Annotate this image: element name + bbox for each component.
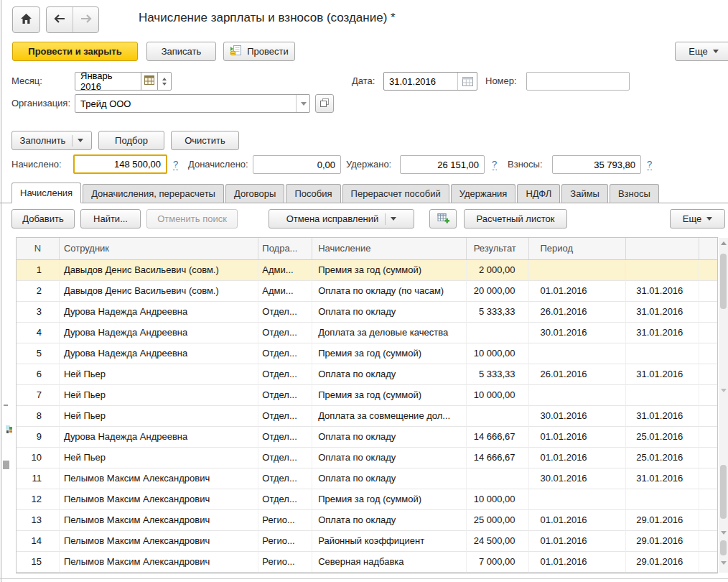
forward-arrow-icon bbox=[80, 14, 93, 27]
tab-nachisleniya[interactable]: Начисления bbox=[11, 183, 81, 203]
withheld-label: Удержано: bbox=[346, 155, 391, 174]
clear-button[interactable]: Очистить bbox=[171, 131, 239, 150]
table-header: N Сотрудник Подра... Начисление Результа… bbox=[17, 238, 717, 260]
table-row[interactable]: 14 Пелымов Максим Александрович Регио...… bbox=[17, 531, 717, 552]
window-bottom-edge bbox=[0, 578, 728, 579]
chevron-down-icon bbox=[713, 50, 719, 53]
table-row[interactable]: 12 Пелымов Максим Александрович Отдел...… bbox=[17, 489, 717, 510]
organization-dropdown-button[interactable] bbox=[296, 95, 309, 112]
insert-rows-button[interactable] bbox=[429, 209, 457, 228]
month-input[interactable]: Январь 2016 bbox=[75, 72, 141, 91]
contributions-input[interactable]: 35 793,80 bbox=[552, 155, 641, 174]
table-plus-icon bbox=[437, 212, 449, 226]
table-row[interactable]: 2 Давыдов Денис Васильевич (совм.) Адми.… bbox=[17, 281, 717, 302]
tab-uderzhaniya[interactable]: Удержания bbox=[451, 184, 516, 203]
table-row[interactable]: 4 Дурова Надежда Андреевна Отдел... Допл… bbox=[17, 323, 717, 343]
chevron-down-icon bbox=[301, 102, 307, 106]
tab-bar: НачисленияДоначисления, перерасчетыДогов… bbox=[0, 183, 728, 203]
withheld-help-link[interactable]: ? bbox=[492, 159, 497, 170]
tab-pereraschet-posobiy[interactable]: Перерасчет пособий bbox=[342, 184, 449, 203]
tab-vznosy[interactable]: Взносы bbox=[610, 184, 659, 203]
history-nav-group bbox=[46, 6, 99, 33]
chevron-down-icon bbox=[706, 217, 712, 221]
number-input[interactable] bbox=[526, 72, 630, 91]
column-header-n[interactable]: N bbox=[17, 238, 60, 259]
window-left-edge bbox=[1, 0, 1, 582]
home-icon bbox=[20, 13, 32, 27]
back-button[interactable] bbox=[47, 7, 73, 32]
column-header-dept[interactable]: Подра... bbox=[258, 238, 312, 259]
panel-scrollbar-thumb[interactable] bbox=[720, 465, 727, 519]
find-button[interactable]: Найти... bbox=[80, 209, 141, 228]
undo-corrections-button[interactable]: Отмена исправлений bbox=[269, 209, 414, 228]
background-artifact bbox=[3, 461, 9, 469]
post-button[interactable]: Провести bbox=[223, 42, 295, 61]
tab-zaymy[interactable]: Займы bbox=[561, 184, 608, 203]
month-calendar-button[interactable] bbox=[141, 72, 158, 91]
post-document-icon bbox=[230, 45, 242, 58]
column-header-accrual[interactable]: Начисление bbox=[312, 238, 467, 259]
table-row[interactable]: 1 Давыдов Денис Васильевич (совм.) Адми.… bbox=[17, 260, 717, 281]
accruals-table: N Сотрудник Подра... Начисление Результа… bbox=[16, 237, 718, 573]
table-row[interactable]: 11 Пелымов Максим Александрович Отдел...… bbox=[17, 468, 717, 489]
add-row-button[interactable]: Добавить bbox=[11, 209, 75, 228]
scroll-down-icon[interactable] bbox=[721, 389, 727, 392]
accrued-help-link[interactable]: ? bbox=[173, 159, 178, 170]
accrued-input[interactable]: 148 500,00 bbox=[73, 154, 167, 174]
table-row[interactable]: 15 Пелымов Максим Александрович Регио...… bbox=[17, 552, 717, 573]
home-button[interactable] bbox=[12, 6, 40, 33]
open-item-icon bbox=[320, 98, 329, 109]
number-label: Номер: bbox=[485, 72, 517, 91]
tab-dogovory[interactable]: Договоры bbox=[225, 184, 284, 203]
spin-down-icon bbox=[162, 83, 167, 86]
background-artifact bbox=[6, 430, 9, 433]
contributions-help-link[interactable]: ? bbox=[647, 159, 652, 170]
table-row[interactable]: 7 Ней Пьер Отдел... Премия за год (суммо… bbox=[17, 385, 717, 406]
column-header-period[interactable]: Период bbox=[529, 238, 627, 259]
table-row[interactable]: 13 Пелымов Максим Александрович Регио...… bbox=[17, 510, 717, 531]
grid-body: 1 Давыдов Денис Васильевич (совм.) Адми.… bbox=[17, 260, 717, 573]
tab-ndfl[interactable]: НДФЛ bbox=[517, 184, 560, 203]
background-artifact bbox=[9, 430, 12, 433]
table-row[interactable]: 5 Дурова Надежда Андреевна Отдел... Прем… bbox=[17, 343, 717, 364]
column-header-employee[interactable]: Сотрудник bbox=[60, 238, 258, 259]
accrued-label: Начислено: bbox=[11, 155, 62, 174]
scroll-down-icon[interactable] bbox=[721, 531, 727, 535]
added-label: Доначислено: bbox=[188, 155, 248, 174]
payroll-document-window: Начисление зарплаты и взносов (создание)… bbox=[0, 0, 728, 582]
table-row[interactable]: 9 Дурова Надежда Андреевна Отдел... Опла… bbox=[17, 427, 717, 448]
forward-button[interactable] bbox=[73, 7, 98, 32]
table-row[interactable]: 8 Ней Пьер Отдел... Доплата за совмещени… bbox=[17, 406, 717, 427]
write-button[interactable]: Записать bbox=[146, 42, 216, 61]
added-input[interactable]: 0,00 bbox=[253, 155, 341, 174]
pick-button[interactable]: Подбор bbox=[98, 131, 164, 150]
table-row[interactable]: 3 Дурова Надежда Андреевна Отдел... Опла… bbox=[17, 302, 717, 323]
chevron-down-icon bbox=[391, 217, 396, 221]
date-calendar-icon[interactable] bbox=[457, 73, 477, 90]
column-header-result[interactable]: Результат bbox=[467, 238, 529, 259]
post-and-close-button[interactable]: Провести и закрыть bbox=[12, 42, 138, 61]
tab-posobiya[interactable]: Пособия bbox=[286, 184, 340, 203]
calendar-icon bbox=[144, 75, 154, 88]
table-row[interactable]: 6 Ней Пьер Отдел... Оплата по окладу 5 3… bbox=[17, 364, 717, 385]
more-button-top[interactable]: Еще bbox=[675, 42, 728, 61]
withheld-input[interactable]: 26 151,00 bbox=[400, 155, 485, 174]
organization-open-button[interactable] bbox=[315, 94, 334, 113]
payslip-button[interactable]: Расчетный листок bbox=[464, 209, 567, 228]
chevron-down-icon bbox=[78, 139, 83, 142]
month-control: Январь 2016 bbox=[75, 72, 172, 91]
tab-donachisleniya-pereraschety[interactable]: Доначисления, перерасчеты bbox=[83, 184, 224, 203]
date-label: Дата: bbox=[352, 72, 375, 91]
organization-input[interactable]: Трейд ООО bbox=[75, 94, 310, 113]
page-title: Начисление зарплаты и взносов (создание)… bbox=[139, 11, 396, 25]
form-scrollbar-thumb[interactable] bbox=[720, 540, 727, 555]
date-input[interactable]: 31.01.2016 bbox=[383, 72, 477, 91]
fill-button[interactable]: Заполнить bbox=[11, 131, 92, 150]
month-spinner[interactable] bbox=[157, 72, 172, 91]
column-header-period-end[interactable] bbox=[626, 238, 699, 259]
scroll-up-icon[interactable] bbox=[721, 241, 727, 245]
table-scrollbar-thumb[interactable] bbox=[720, 254, 727, 309]
table-row[interactable]: 10 Ней Пьер Отдел... Оплата по окладу 14… bbox=[17, 448, 717, 468]
scroll-down-icon[interactable] bbox=[721, 561, 727, 565]
more-button-grid[interactable]: Еще bbox=[670, 209, 725, 228]
